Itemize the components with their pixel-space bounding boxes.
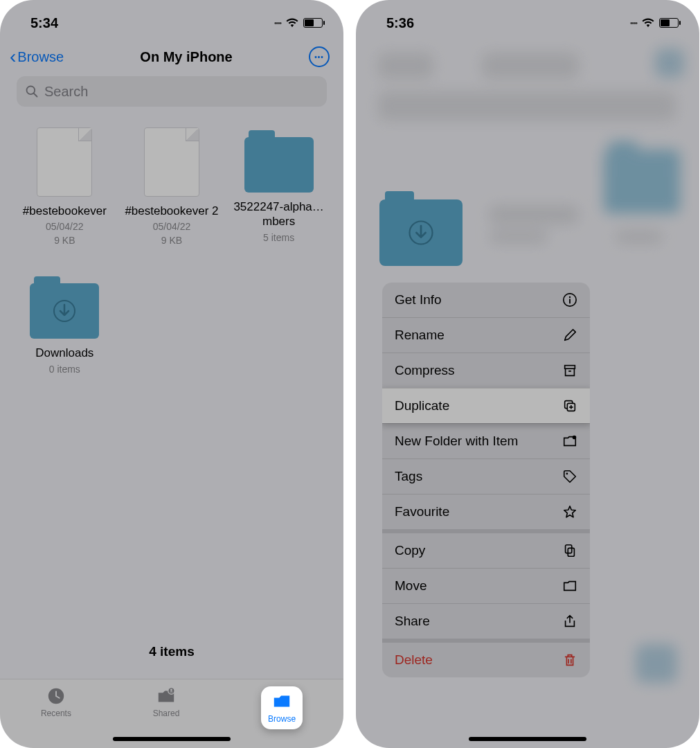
clock-icon (46, 686, 66, 706)
file-date: 05/04/22 (46, 221, 84, 232)
file-name: #bestebookever (23, 204, 107, 218)
back-label: Browse (17, 49, 64, 65)
menu-delete[interactable]: Delete (382, 643, 590, 677)
menu-label: New Folder with Item (395, 434, 518, 449)
tab-recents[interactable]: Recents (41, 686, 71, 718)
phone-screenshot-right: 5:36 •••• Get Info Rename (356, 0, 699, 748)
tag-icon (562, 469, 577, 484)
svg-rect-18 (566, 545, 572, 553)
selected-downloads-folder[interactable] (379, 199, 463, 266)
file-size: 9 KB (161, 235, 182, 246)
svg-line-1 (34, 93, 37, 97)
file-size: 9 KB (54, 235, 75, 246)
file-item[interactable]: #bestebookever 2 05/04/22 9 KB (118, 121, 226, 267)
trash-icon (562, 652, 577, 668)
tab-shared[interactable]: Shared (153, 686, 180, 718)
cellular-icon: •••• (274, 19, 281, 27)
file-date: 05/04/22 (153, 221, 191, 232)
folder-meta: 5 items (263, 232, 294, 243)
menu-label: Get Info (395, 292, 442, 308)
tab-browse[interactable]: Browse (268, 692, 296, 724)
menu-copy[interactable]: Copy (382, 533, 590, 568)
menu-label: Favourite (395, 504, 449, 519)
menu-label: Share (395, 614, 430, 629)
menu-move[interactable]: Move (382, 568, 590, 603)
menu-label: Delete (395, 652, 433, 668)
downloads-folder-icon (30, 283, 99, 339)
menu-new-folder[interactable]: New Folder with Item (382, 423, 590, 458)
search-placeholder: Search (44, 84, 88, 100)
tab-label: Browse (268, 714, 296, 724)
folder-icon (562, 578, 577, 594)
tab-browse-highlighted: Browse (261, 686, 303, 729)
menu-label: Duplicate (395, 398, 449, 413)
info-icon (562, 292, 577, 308)
document-icon (144, 127, 199, 197)
file-name: #bestebookever 2 (125, 204, 218, 218)
folder-name: Downloads (35, 346, 93, 360)
clock: 5:34 (30, 15, 58, 31)
menu-label: Rename (395, 328, 445, 343)
clock: 5:36 (386, 15, 414, 31)
tab-label: Recents (41, 709, 71, 718)
menu-tags[interactable]: Tags (382, 458, 590, 494)
archive-icon (562, 363, 577, 378)
more-button[interactable]: ••• (309, 46, 330, 67)
new-folder-icon (562, 434, 577, 449)
home-indicator[interactable] (469, 737, 586, 741)
svg-rect-10 (565, 366, 575, 369)
status-icons: •••• (274, 18, 323, 28)
battery-icon (659, 18, 679, 28)
context-menu: Get Info Rename Compress Duplicate New F… (382, 283, 590, 677)
menu-label: Copy (395, 543, 425, 558)
pencil-icon (562, 328, 577, 343)
menu-share[interactable]: Share (382, 603, 590, 639)
duplicate-icon (562, 398, 577, 413)
phone-screenshot-left: 5:34 •••• ‹ Browse On My iPhone ••• Sear… (0, 0, 343, 748)
download-arrow-icon (406, 217, 436, 248)
shared-folder-icon (156, 686, 177, 706)
folder-item[interactable]: Downloads 0 items (11, 267, 118, 395)
menu-duplicate[interactable]: Duplicate (382, 388, 590, 423)
nav-bar: ‹ Browse On My iPhone ••• (0, 39, 343, 76)
menu-label: Compress (395, 363, 455, 378)
status-icons: •••• (630, 18, 679, 28)
folder-name: 3522247-alpha…mbers (229, 199, 328, 229)
svg-point-5 (170, 689, 172, 691)
menu-compress[interactable]: Compress (382, 353, 590, 388)
cellular-icon: •••• (630, 19, 637, 27)
star-icon (562, 504, 577, 519)
wifi-icon (641, 18, 655, 28)
status-bar: 5:36 •••• (356, 0, 699, 39)
menu-favourite[interactable]: Favourite (382, 494, 590, 529)
menu-label: Move (395, 578, 427, 594)
back-button[interactable]: ‹ Browse (10, 46, 64, 68)
folder-meta: 0 items (49, 364, 80, 375)
svg-point-8 (569, 296, 571, 298)
menu-label: Tags (395, 469, 422, 484)
folder-icon (244, 137, 314, 193)
wifi-icon (285, 18, 299, 28)
document-icon (37, 127, 92, 197)
folder-item[interactable]: 3522247-alpha…mbers 5 items (225, 121, 332, 267)
download-arrow-icon (51, 297, 78, 325)
copy-icon (562, 543, 577, 558)
share-icon (562, 614, 577, 629)
ellipsis-icon: ••• (314, 53, 324, 61)
search-input[interactable]: Search (17, 76, 327, 107)
item-count: 4 items (0, 644, 343, 659)
svg-rect-19 (568, 548, 574, 556)
search-icon (25, 84, 39, 98)
status-bar: 5:34 •••• (0, 0, 343, 39)
menu-get-info[interactable]: Get Info (382, 283, 590, 317)
menu-rename[interactable]: Rename (382, 317, 590, 353)
file-item[interactable]: #bestebookever 05/04/22 9 KB (11, 121, 118, 267)
svg-point-17 (566, 473, 568, 475)
battery-icon (303, 18, 323, 28)
home-indicator[interactable] (113, 737, 231, 741)
folder-icon (271, 692, 292, 711)
file-grid: #bestebookever 05/04/22 9 KB #bestebooke… (0, 121, 343, 395)
chevron-left-icon: ‹ (10, 46, 16, 68)
page-title: On My iPhone (140, 49, 232, 65)
svg-point-16 (573, 436, 577, 440)
